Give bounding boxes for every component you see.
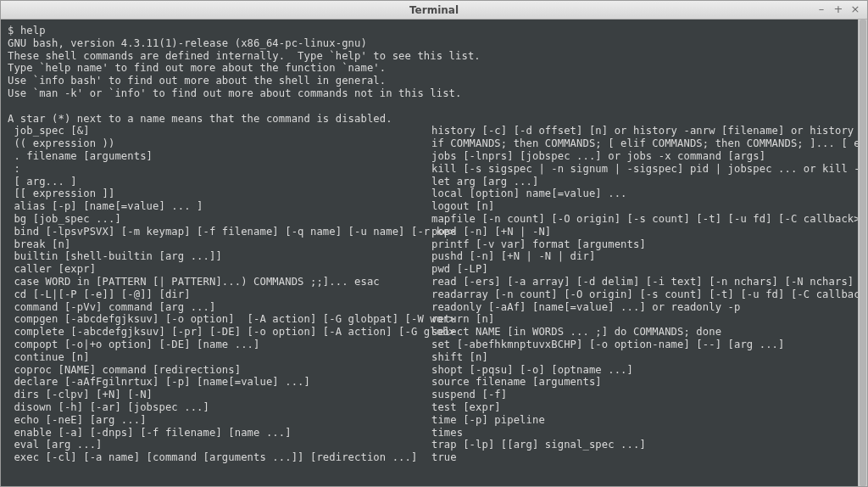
terminal-window: Terminal – + × $ help GNU bash, version …	[0, 0, 868, 487]
window-buttons: – + ×	[815, 4, 861, 16]
help-column-right: history [-c] [-d offset] [n] or history …	[431, 125, 866, 464]
scroll-thumb[interactable]	[860, 20, 866, 486]
minimize-button[interactable]: –	[815, 4, 827, 16]
prompt: $	[8, 25, 20, 36]
titlebar: Terminal – + ×	[1, 1, 867, 20]
terminal-output[interactable]: $ help GNU bash, version 4.3.11(1)-relea…	[1, 20, 867, 486]
help-intro: GNU bash, version 4.3.11(1)-release (x86…	[8, 37, 860, 126]
scrollbar[interactable]	[858, 20, 867, 486]
help-columns: job_spec [&] (( expression )) . filename…	[8, 125, 860, 464]
command-input: help	[20, 25, 46, 36]
close-button[interactable]: ×	[849, 4, 861, 16]
window-title: Terminal	[4, 4, 864, 16]
help-column-left: job_spec [&] (( expression )) . filename…	[8, 125, 431, 464]
maximize-button[interactable]: +	[832, 4, 844, 16]
